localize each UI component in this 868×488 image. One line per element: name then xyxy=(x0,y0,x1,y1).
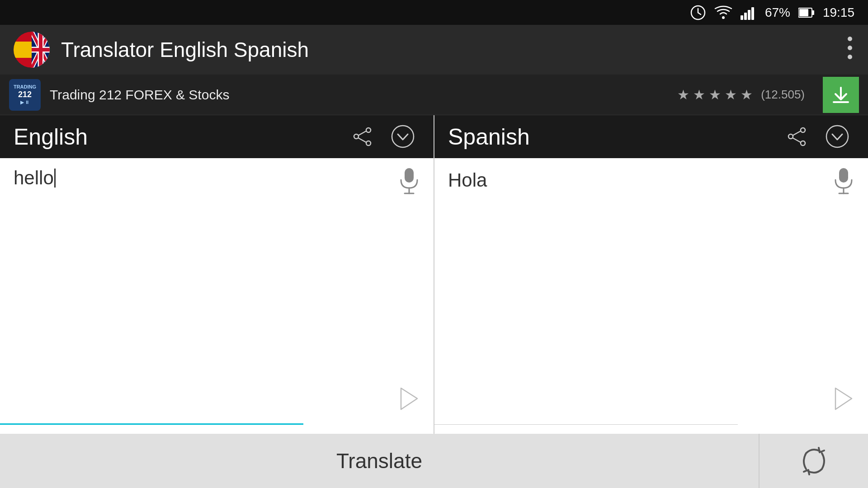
signal-icon xyxy=(741,5,757,21)
svg-point-23 xyxy=(848,37,852,41)
app-title: Translator English Spanish xyxy=(61,38,309,62)
spanish-play-icon[interactable] xyxy=(832,386,854,411)
svg-rect-10 xyxy=(799,9,808,16)
svg-line-42 xyxy=(793,138,801,142)
svg-point-24 xyxy=(848,46,852,50)
svg-rect-34 xyxy=(405,168,414,183)
english-dropdown-icon[interactable] xyxy=(391,124,415,149)
battery-icon xyxy=(798,7,815,18)
swap-icon xyxy=(797,444,831,478)
svg-rect-6 xyxy=(748,10,750,20)
ad-logo-line1: TRADING xyxy=(14,84,36,90)
ad-rating-count: (12.505) xyxy=(761,88,805,102)
english-input-text[interactable]: hello xyxy=(14,167,54,189)
battery-level: 67% xyxy=(765,5,790,20)
spanish-panel-title: Spanish xyxy=(448,124,773,150)
swap-button[interactable] xyxy=(760,434,868,488)
svg-point-25 xyxy=(848,55,852,59)
svg-line-41 xyxy=(793,131,801,136)
star-4: ★ xyxy=(725,87,737,103)
english-share-icon[interactable] xyxy=(352,127,373,147)
ad-stars: ★ ★ ★ ★ ★ (12.505) xyxy=(677,87,805,103)
svg-marker-37 xyxy=(401,388,417,409)
spanish-underline xyxy=(434,424,738,425)
menu-button[interactable] xyxy=(845,34,854,66)
ad-logo: TRADING 212 ▶ ⏸ xyxy=(9,79,41,111)
app-header: Translator English Spanish xyxy=(0,25,868,75)
ad-banner[interactable]: TRADING 212 ▶ ⏸ Trading 212 FOREX & Stoc… xyxy=(0,75,868,115)
star-3: ★ xyxy=(709,87,721,103)
english-mic-icon[interactable] xyxy=(398,167,420,194)
ad-logo-line2: 212 xyxy=(18,90,32,100)
spanish-output-text: Hola xyxy=(448,169,487,191)
english-underline-active xyxy=(0,423,303,425)
svg-rect-5 xyxy=(744,13,747,20)
app-header-left: Translator English Spanish xyxy=(14,32,309,68)
svg-point-39 xyxy=(801,141,805,145)
svg-point-29 xyxy=(366,141,371,145)
text-cursor xyxy=(54,169,56,188)
spanish-dropdown-icon[interactable] xyxy=(825,124,850,149)
svg-point-43 xyxy=(826,126,848,147)
spanish-share-icon[interactable] xyxy=(787,127,807,147)
app-icon xyxy=(14,32,50,68)
svg-rect-4 xyxy=(741,15,743,20)
clock-time: 19:15 xyxy=(823,5,854,20)
svg-line-2 xyxy=(698,13,701,14)
svg-marker-47 xyxy=(835,388,852,409)
ad-download-button[interactable] xyxy=(823,77,859,113)
svg-point-33 xyxy=(392,126,414,147)
wifi-icon xyxy=(714,5,732,21)
svg-point-28 xyxy=(366,128,371,132)
svg-line-31 xyxy=(358,131,366,136)
svg-rect-44 xyxy=(839,168,848,183)
translate-button[interactable]: Translate xyxy=(0,434,760,488)
status-icons: 67% 19:15 xyxy=(690,5,854,21)
english-panel: English hello xyxy=(0,115,434,434)
ad-title: Trading 212 FOREX & Stocks xyxy=(50,87,668,103)
star-2: ★ xyxy=(693,87,705,103)
english-input-wrapper: hello xyxy=(14,167,420,189)
svg-rect-9 xyxy=(812,10,814,15)
bottom-bar: Translate xyxy=(0,434,868,488)
star-5-half: ★ xyxy=(741,87,753,103)
status-bar: 67% 19:15 xyxy=(0,0,868,25)
translation-area: English hello xyxy=(0,115,868,434)
spanish-mic-icon[interactable] xyxy=(833,167,854,194)
svg-point-38 xyxy=(801,128,805,132)
english-panel-title: English xyxy=(14,124,339,150)
svg-point-40 xyxy=(788,134,793,139)
english-play-icon[interactable] xyxy=(397,386,420,411)
svg-rect-7 xyxy=(751,7,754,20)
svg-point-30 xyxy=(354,134,359,139)
clock-icon xyxy=(690,5,706,21)
svg-line-32 xyxy=(358,138,366,142)
english-panel-body: hello xyxy=(0,158,434,434)
svg-point-3 xyxy=(722,16,725,19)
spanish-panel-header: Spanish xyxy=(434,115,868,158)
english-panel-header: English xyxy=(0,115,434,158)
spanish-panel: Spanish Hola xyxy=(434,115,868,434)
spanish-panel-body: Hola xyxy=(434,158,868,434)
star-1: ★ xyxy=(677,87,689,103)
